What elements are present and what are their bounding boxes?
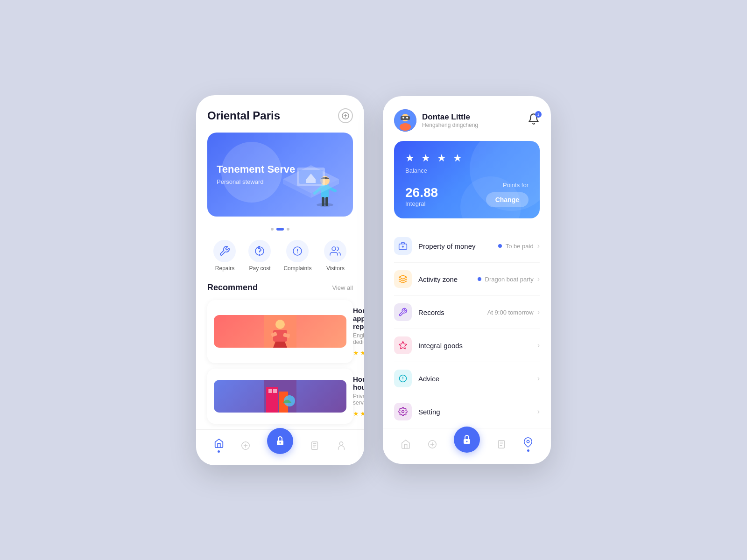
view-all-link[interactable]: View all: [332, 284, 353, 291]
integral-icon: [394, 336, 412, 354]
quick-action-repairs[interactable]: Repairs: [213, 240, 236, 272]
advice-label: Advice: [418, 375, 537, 383]
integral-goods-label: Integral goods: [418, 342, 537, 350]
left-phone: Oriental Paris Tenement Serve Personal s…: [196, 95, 364, 465]
menu-item-setting[interactable]: Setting ›: [394, 395, 540, 428]
menu-item-integral[interactable]: Integral goods ›: [394, 329, 540, 362]
property-chevron: ›: [537, 242, 540, 250]
activity-badge: [478, 277, 481, 281]
svg-point-10: [332, 247, 336, 251]
quick-action-complaints[interactable]: Complaints: [283, 240, 311, 272]
card-2-thumbnail: [214, 380, 346, 413]
card-1-name: Home appliance repair: [353, 307, 364, 330]
nav-clipboard[interactable]: [310, 441, 320, 451]
card-bottom: 26.88 Integral Points for Change: [405, 182, 529, 207]
points-label: Points for: [486, 182, 529, 189]
setting-icon: [394, 403, 412, 420]
user-text: Dontae Little Hengsheng dingcheng: [422, 112, 478, 128]
card-2-desc: Private butler service for you: [353, 393, 364, 406]
property-label: Property of money: [418, 242, 498, 250]
integral-section: 26.88 Integral: [405, 185, 438, 207]
user-header: Dontae Little Hengsheng dingcheng 1: [394, 109, 540, 132]
menu-item-activity[interactable]: Activity zone Dragon boat party ›: [394, 263, 540, 296]
hero-banner[interactable]: Tenement Serve Personal steward: [207, 133, 353, 217]
rnav-add[interactable]: [427, 439, 437, 449]
recommend-title: Recommend: [207, 283, 258, 293]
recommend-card-1[interactable]: Home appliance repair Engineer dedicated…: [207, 300, 353, 363]
user-subtitle: Hengsheng dingcheng: [422, 122, 478, 128]
repairs-label: Repairs: [215, 265, 234, 272]
left-bottom-nav: [196, 429, 364, 465]
card-1-stars: ★ ★ ★ ★ ★ 4.7: [353, 349, 364, 357]
advice-icon: [394, 370, 412, 387]
menu-item-records[interactable]: Records At 9:00 tomorrow ›: [394, 296, 540, 329]
rnav-clipboard[interactable]: [496, 439, 507, 449]
svg-point-32: [406, 117, 408, 119]
svg-marker-36: [399, 342, 407, 349]
rnav-center-lock[interactable]: [454, 427, 480, 453]
rnav-home[interactable]: [401, 439, 411, 449]
balance-label: Balance: [405, 167, 529, 174]
dot-2[interactable]: [276, 228, 284, 231]
svg-point-41: [466, 441, 467, 442]
integral-chevron: ›: [537, 341, 540, 350]
card-1-info: Home appliance repair Engineer dedicated…: [353, 307, 364, 357]
svg-point-1: [317, 203, 333, 207]
banner-text: Tenement Serve Personal steward: [217, 163, 344, 185]
visitors-label: Visitors: [326, 265, 345, 272]
rnav-location[interactable]: [523, 437, 533, 452]
setting-chevron: ›: [537, 407, 540, 416]
quick-action-visitors[interactable]: Visitors: [324, 240, 346, 272]
menu-item-property[interactable]: Property of money To be paid ›: [394, 230, 540, 263]
activity-label: Activity zone: [418, 275, 478, 283]
svg-rect-25: [312, 441, 318, 449]
dot-3[interactable]: [287, 228, 289, 231]
menu-item-advice[interactable]: Advice ›: [394, 362, 540, 395]
banner-title: Tenement Serve: [217, 163, 344, 175]
card-1-desc: Engineer dedicated service: [353, 332, 364, 345]
svg-rect-42: [499, 441, 505, 448]
svg-point-12: [275, 320, 285, 329]
nav-home[interactable]: [214, 438, 224, 453]
banner-subtitle: Personal steward: [217, 178, 344, 185]
screens-container: Oriental Paris Tenement Serve Personal s…: [196, 95, 551, 465]
records-label: Records: [418, 308, 487, 316]
visitors-icon: [324, 240, 346, 262]
nav-profile[interactable]: [336, 441, 346, 451]
complaints-icon: [286, 240, 309, 262]
recommend-card-2[interactable]: House housekeeping Private butler servic…: [207, 369, 353, 424]
card-2-info: House housekeeping Private butler servic…: [353, 375, 364, 417]
points-section: Points for Change: [486, 182, 529, 207]
setting-label: Setting: [418, 408, 537, 416]
change-button[interactable]: Change: [486, 192, 529, 207]
svg-rect-19: [268, 389, 272, 393]
card-2-name: House housekeeping: [353, 375, 364, 391]
svg-rect-4: [322, 197, 324, 206]
user-name: Dontae Little: [422, 112, 478, 122]
svg-point-24: [279, 442, 281, 443]
carousel-indicators: [207, 228, 353, 231]
svg-point-38: [402, 411, 404, 413]
svg-point-43: [527, 440, 530, 443]
right-bottom-nav: [383, 428, 551, 464]
nav-add[interactable]: [240, 441, 251, 451]
add-button[interactable]: [338, 108, 353, 123]
card-2-stars: ★ ★ ★ ★ ★ 4.6: [353, 410, 364, 417]
property-value: To be paid: [506, 243, 534, 250]
svg-point-29: [400, 123, 411, 131]
property-icon: [394, 237, 412, 255]
complaints-label: Complaints: [283, 265, 311, 272]
user-info: Dontae Little Hengsheng dingcheng: [394, 109, 478, 132]
repairs-icon: [213, 240, 236, 262]
quick-action-paycost[interactable]: Pay cost: [248, 240, 271, 272]
property-badge: [498, 244, 502, 248]
nav-center-lock[interactable]: [267, 428, 293, 454]
right-phone: Dontae Little Hengsheng dingcheng 1 ★ ★ …: [383, 96, 551, 464]
notification-bell[interactable]: 1: [528, 113, 540, 128]
svg-rect-30: [401, 116, 410, 120]
advice-chevron: ›: [537, 374, 540, 383]
avatar: [394, 109, 416, 132]
integral-label: Integral: [405, 200, 438, 207]
balance-card: ★ ★ ★ ★ Balance 26.88 Integral Points fo…: [394, 141, 540, 218]
dot-1[interactable]: [271, 228, 274, 231]
